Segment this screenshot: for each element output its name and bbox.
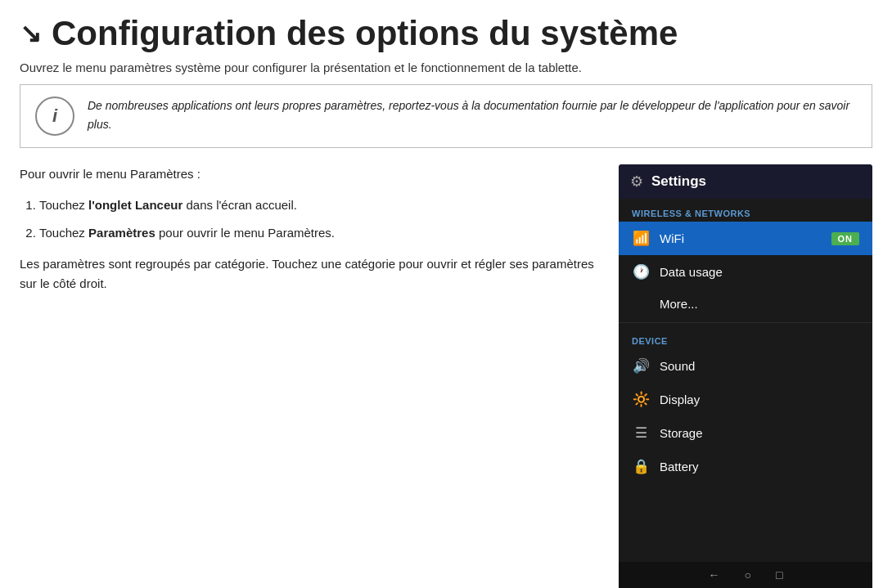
settings-body: WIRELESS & NETWORKS 📶 WiFi ON 🕐 Data usa… [619, 199, 872, 562]
steps-list: Touchez l'onglet Lanceur dans l'écran ac… [39, 195, 594, 243]
settings-header-bar: ⚙ Settings [619, 164, 872, 199]
step-1-bold: l'onglet Lanceur [88, 198, 182, 212]
left-panel: Pour ouvrir le menu Paramètres : Touchez… [20, 164, 619, 588]
more-label: More... [660, 297, 859, 311]
data-usage-icon: 🕐 [632, 263, 650, 281]
back-button[interactable]: ← [709, 568, 720, 581]
wifi-label: WiFi [660, 231, 822, 245]
section-label-device: DEVICE [619, 326, 872, 349]
storage-icon: ☰ [632, 424, 650, 442]
battery-icon: 🔒 [632, 458, 650, 475]
settings-item-wifi[interactable]: 📶 WiFi ON [619, 222, 872, 255]
info-box: i De nombreuses applications ont leurs p… [20, 84, 872, 148]
category-note: Les paramètres sont regroupés par catégo… [20, 254, 594, 294]
page-header: ↘ Configuration des options du système [0, 0, 892, 57]
sound-icon: 🔊 [632, 357, 650, 375]
divider-device [619, 322, 872, 323]
page-title: Configuration des options du système [52, 15, 678, 52]
display-icon: 🔆 [632, 391, 650, 408]
display-label: Display [660, 393, 859, 406]
sound-label: Sound [660, 359, 859, 373]
home-button[interactable]: ○ [745, 568, 751, 581]
settings-item-storage[interactable]: ☰ Storage [619, 416, 872, 450]
step-2: Touchez Paramètres pour ouvrir le menu P… [39, 223, 594, 243]
info-icon: i [35, 97, 74, 136]
data-usage-label: Data usage [660, 265, 859, 279]
settings-item-more[interactable]: More... [619, 289, 872, 319]
settings-item-sound[interactable]: 🔊 Sound [619, 349, 872, 383]
step-1: Touchez l'onglet Lanceur dans l'écran ac… [39, 195, 594, 215]
page-subtitle: Ouvrez le menu paramètres système pour c… [0, 57, 892, 84]
settings-item-battery[interactable]: 🔒 Battery [619, 450, 872, 483]
bottom-nav-bar: ← ○ □ [619, 562, 872, 588]
main-content: Pour ouvrir le menu Paramètres : Touchez… [0, 164, 892, 588]
recents-button[interactable]: □ [776, 568, 782, 581]
settings-screenshot: ⚙ Settings WIRELESS & NETWORKS 📶 WiFi ON… [619, 164, 872, 588]
settings-item-data-usage[interactable]: 🕐 Data usage [619, 255, 872, 289]
section-label-wireless: WIRELESS & NETWORKS [619, 199, 872, 222]
wifi-toggle[interactable]: ON [831, 232, 860, 245]
step-2-bold: Paramètres [88, 226, 155, 240]
settings-item-display[interactable]: 🔆 Display [619, 383, 872, 416]
header-arrow-icon: ↘ [20, 18, 42, 49]
battery-label: Battery [660, 460, 859, 474]
settings-header-title: Settings [651, 173, 706, 190]
open-menu-instruction: Pour ouvrir le menu Paramètres : [20, 164, 594, 184]
wifi-icon: 📶 [632, 230, 650, 247]
storage-label: Storage [660, 426, 859, 440]
info-box-text: De nombreuses applications ont leurs pro… [88, 97, 857, 133]
settings-header-icon: ⚙ [630, 173, 643, 191]
